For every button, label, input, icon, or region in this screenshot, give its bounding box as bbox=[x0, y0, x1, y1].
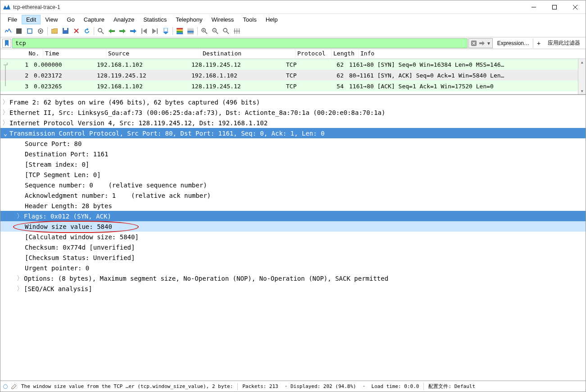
scroll-up-icon[interactable]: ▴ bbox=[581, 60, 583, 64]
packet-list-rows: 1 0.000000 192.168.1.102 128.119.245.12 … bbox=[0, 59, 586, 94]
edit-icon[interactable] bbox=[11, 384, 17, 389]
cell-length: 62 bbox=[320, 60, 347, 69]
col-header-length[interactable]: Length bbox=[332, 49, 359, 59]
col-header-source[interactable]: Source bbox=[106, 49, 201, 59]
go-back-icon[interactable] bbox=[107, 26, 117, 36]
auto-scroll-icon[interactable] bbox=[161, 26, 171, 36]
expand-icon[interactable]: 〉 bbox=[2, 109, 9, 117]
apply-filter-icon[interactable] bbox=[478, 41, 486, 46]
packet-list-header[interactable]: No. Time Source Destination Protocol Len… bbox=[0, 49, 586, 59]
menu-view[interactable]: View bbox=[41, 15, 62, 24]
save-file-icon[interactable] bbox=[60, 26, 70, 36]
col-header-no[interactable]: No. bbox=[0, 49, 43, 59]
jump-to-icon[interactable] bbox=[128, 26, 138, 36]
tree-calcwin[interactable]: [Calculated window size: 5840] bbox=[0, 232, 586, 242]
zoom-in-icon[interactable] bbox=[200, 26, 209, 36]
menu-tools[interactable]: Tools bbox=[238, 15, 261, 24]
menu-analyze[interactable]: Analyze bbox=[109, 15, 139, 24]
tree-checksum[interactable]: Checksum: 0x774d [unverified] bbox=[0, 242, 586, 252]
tree-dstport[interactable]: Destination Port: 1161 bbox=[0, 149, 586, 159]
tree-srcport[interactable]: Source Port: 80 bbox=[0, 138, 586, 149]
expand-icon[interactable]: 〉 bbox=[17, 285, 23, 293]
menu-edit[interactable]: Edit bbox=[22, 15, 41, 24]
tree-winsize[interactable]: Window size value: 5840 bbox=[0, 221, 586, 232]
clear-filter-icon[interactable] bbox=[470, 41, 478, 46]
expand-icon[interactable]: 〉 bbox=[17, 274, 23, 283]
packet-row[interactable]: 1 0.000000 192.168.1.102 128.119.245.12 … bbox=[0, 59, 586, 70]
packet-row[interactable]: 2 0.023172 128.119.245.12 192.168.1.102 … bbox=[0, 70, 586, 81]
colorize-icon[interactable] bbox=[175, 26, 185, 36]
tree-flags[interactable]: 〉Flags: 0x012 (SYN, ACK) bbox=[0, 211, 586, 221]
menu-telephony[interactable]: Telephony bbox=[171, 15, 207, 24]
col-header-destination[interactable]: Destination bbox=[201, 49, 295, 59]
minimize-button[interactable] bbox=[523, 0, 544, 14]
col-header-protocol[interactable]: Protocol bbox=[295, 49, 332, 59]
tree-urgptr[interactable]: Urgent pointer: 0 bbox=[0, 263, 586, 273]
zoom-reset-icon[interactable] bbox=[221, 26, 231, 36]
svg-line-13 bbox=[101, 32, 104, 34]
cell-length: 62 bbox=[320, 71, 347, 80]
menu-file[interactable]: File bbox=[3, 15, 22, 24]
tree-seqnum[interactable]: Sequence number: 0 (relative sequence nu… bbox=[0, 180, 586, 190]
add-filter-button[interactable]: + bbox=[534, 40, 543, 47]
open-file-icon[interactable] bbox=[50, 26, 59, 36]
menu-help[interactable]: Help bbox=[261, 15, 282, 24]
go-last-icon[interactable] bbox=[150, 26, 160, 36]
menu-capture[interactable]: Capture bbox=[79, 15, 109, 24]
stop-capture-icon[interactable] bbox=[14, 26, 24, 36]
svg-rect-15 bbox=[157, 28, 158, 34]
packet-row[interactable]: 3 0.023265 192.168.1.102 128.119.245.12 … bbox=[0, 81, 586, 91]
svg-line-30 bbox=[216, 32, 218, 34]
cell-source: 192.168.1.102 bbox=[95, 60, 190, 69]
expand-icon[interactable]: 〉 bbox=[17, 212, 23, 220]
packet-list-scrollbar[interactable]: ▴ ▾ bbox=[578, 59, 586, 94]
menu-statistics[interactable]: Statistics bbox=[139, 15, 171, 24]
menu-go[interactable]: Go bbox=[62, 15, 79, 24]
tree-frame[interactable]: 〉Frame 2: 62 bytes on wire (496 bits), 6… bbox=[0, 97, 586, 107]
tree-acknum[interactable]: Acknowledgment number: 1 (relative ack n… bbox=[0, 190, 586, 201]
capture-options-icon[interactable] bbox=[36, 26, 45, 36]
tree-ethernet[interactable]: 〉Ethernet II, Src: LinksysG_da:af:73 (00… bbox=[0, 107, 586, 118]
menubar: File Edit View Go Capture Analyze Statis… bbox=[0, 14, 586, 25]
status-profile[interactable]: 配置文件: Default bbox=[427, 383, 477, 390]
restart-capture-icon[interactable] bbox=[25, 26, 35, 36]
expert-info-icon[interactable] bbox=[3, 384, 8, 389]
filter-dropdown-icon[interactable]: ▾ bbox=[486, 40, 491, 46]
resize-columns-icon[interactable] bbox=[232, 26, 242, 36]
svg-rect-5 bbox=[27, 29, 32, 33]
autoscroll-live-icon[interactable] bbox=[186, 26, 195, 36]
svg-rect-16 bbox=[164, 28, 168, 32]
display-filter-input[interactable] bbox=[12, 38, 468, 48]
reload-icon[interactable] bbox=[82, 26, 92, 36]
collapse-icon[interactable]: ⌄ bbox=[2, 130, 9, 137]
col-header-time[interactable]: Time bbox=[43, 49, 106, 59]
tree-ip[interactable]: 〉Internet Protocol Version 4, Src: 128.1… bbox=[0, 118, 586, 128]
filter-bookmark-icon[interactable] bbox=[2, 39, 11, 48]
tree-tcp[interactable]: ⌄Transmission Control Protocol, Src Port… bbox=[0, 128, 586, 138]
close-file-icon[interactable] bbox=[71, 26, 81, 36]
zoom-out-icon[interactable] bbox=[210, 26, 220, 36]
col-header-info[interactable]: Info bbox=[359, 49, 586, 59]
svg-rect-24 bbox=[187, 32, 194, 34]
go-first-icon[interactable] bbox=[139, 26, 149, 36]
tree-seglen[interactable]: [TCP Segment Len: 0] bbox=[0, 169, 586, 180]
maximize-button[interactable] bbox=[544, 0, 565, 14]
tree-ckstat[interactable]: [Checksum Status: Unverified] bbox=[0, 252, 586, 263]
close-button[interactable] bbox=[565, 0, 586, 14]
svg-line-26 bbox=[205, 32, 207, 34]
tree-stream[interactable]: [Stream index: 0] bbox=[0, 159, 586, 169]
cell-destination: 128.119.245.12 bbox=[190, 82, 284, 91]
apply-filter-hint[interactable]: 应用此过滤器 bbox=[544, 39, 584, 47]
expand-icon[interactable]: 〉 bbox=[2, 98, 9, 106]
tree-hdrlen[interactable]: Header Length: 28 bytes bbox=[0, 201, 586, 211]
start-capture-icon[interactable] bbox=[3, 26, 13, 36]
tree-options[interactable]: 〉Options: (8 bytes), Maximum segment siz… bbox=[0, 273, 586, 283]
svg-line-33 bbox=[227, 32, 229, 34]
go-forward-icon[interactable] bbox=[118, 26, 127, 36]
expand-icon[interactable]: 〉 bbox=[2, 119, 9, 127]
find-icon[interactable] bbox=[96, 26, 106, 36]
expression-button[interactable]: Expression… bbox=[494, 38, 533, 48]
tree-seqack[interactable]: 〉[SEQ/ACK analysis] bbox=[0, 283, 586, 294]
scroll-down-icon[interactable]: ▾ bbox=[581, 89, 583, 93]
menu-wireless[interactable]: Wireless bbox=[207, 15, 238, 24]
